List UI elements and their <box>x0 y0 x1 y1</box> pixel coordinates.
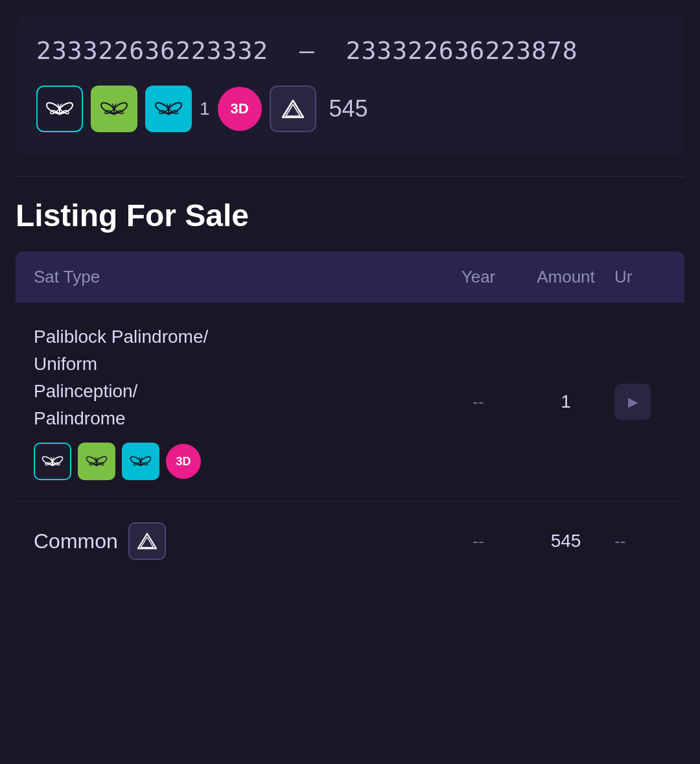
sat-count: 545 <box>329 95 368 122</box>
col-header-year: Year <box>439 267 517 287</box>
butterfly-cyan-badge <box>145 86 192 132</box>
row-butterfly-cyan-border <box>34 443 71 480</box>
table-body: Paliblock Palindrome/UniformPalinception… <box>16 303 684 581</box>
row-badges-1: 3D <box>34 443 439 480</box>
badge-3d: 3D <box>218 87 262 131</box>
row2-ur: -- <box>614 531 666 551</box>
table-row: Paliblock Palindrome/UniformPalinception… <box>16 303 684 502</box>
divider <box>16 176 684 177</box>
col-header-ur: Ur <box>614 267 666 287</box>
listing-table: Sat Type Year Amount Ur Paliblock Palind… <box>16 251 684 581</box>
sat-type-cell-2: Common <box>34 522 439 560</box>
sat-type-cell-1: Paliblock Palindrome/UniformPalinception… <box>34 323 439 480</box>
section-title: Listing For Sale <box>16 198 684 233</box>
row2-amount: 545 <box>517 531 614 551</box>
top-badges-row: 1 3D 545 <box>36 86 664 132</box>
triangle-dark-badge <box>270 86 316 132</box>
table-header: Sat Type Year Amount Ur <box>16 251 684 303</box>
butterfly-green-badge <box>91 86 137 132</box>
sat-range-end: 233322636223878 <box>346 36 578 65</box>
svg-point-0 <box>58 108 61 110</box>
sat-type-text-1: Paliblock Palindrome/UniformPalinception… <box>34 323 439 432</box>
row1-year: -- <box>439 392 517 412</box>
svg-point-12 <box>95 460 97 462</box>
table-row-common: Common -- 545 -- <box>16 502 684 581</box>
sat-range: 233322636223332 – 233322636223878 <box>36 36 664 65</box>
row-butterfly-cyan <box>122 443 159 480</box>
sat-range-start: 233322636223332 <box>36 36 268 65</box>
row1-amount: 1 <box>517 391 614 412</box>
col-header-amount: Amount <box>517 267 614 287</box>
svg-point-9 <box>51 460 53 462</box>
top-card: 233322636223332 – 233322636223878 <box>16 16 684 156</box>
svg-point-6 <box>167 108 170 110</box>
col-header-sat-type: Sat Type <box>34 267 439 287</box>
item-count: 1 <box>200 98 210 119</box>
row2-year: -- <box>439 531 517 551</box>
row-triangle-dark <box>128 522 166 560</box>
svg-point-3 <box>113 108 115 110</box>
common-label: Common <box>34 529 118 553</box>
row-butterfly-green <box>78 443 115 480</box>
butterfly-cyan-border-badge <box>36 86 83 132</box>
row-badge-3d: 3D <box>166 444 201 479</box>
row1-ur: ▶ <box>614 384 666 420</box>
svg-point-15 <box>139 460 141 462</box>
